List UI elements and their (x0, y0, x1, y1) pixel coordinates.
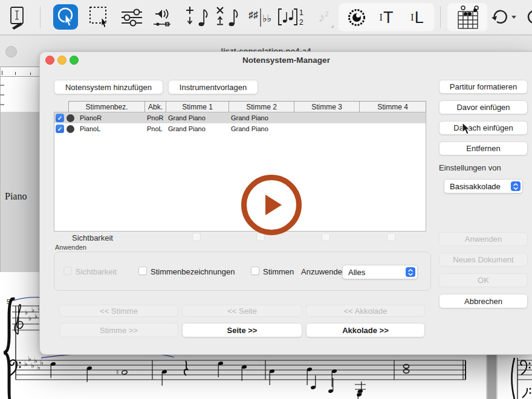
marquee-tool[interactable] (88, 5, 112, 30)
svg-text:♭: ♭ (40, 358, 44, 367)
row-checkbox[interactable]: ✓ (56, 114, 64, 122)
staff-abbr: PnoL (147, 125, 163, 132)
staff-status-icon[interactable] (66, 125, 74, 133)
quarter-rest (184, 361, 187, 375)
accidentals-tool[interactable]: ♯♯ ♭♭ (247, 5, 273, 30)
row-checkbox[interactable]: ✓ (56, 125, 64, 133)
staff-names-checkbox[interactable] (138, 267, 147, 275)
bass-clef (521, 360, 527, 375)
staff-table-header: Stimmenbez. Abk. Stimme 1 Stimme 2 Stimm… (68, 101, 426, 113)
playback-tool[interactable] (150, 5, 175, 30)
apply-to-value: Alles (343, 268, 406, 277)
prev-voice-button[interactable]: << Stimme (59, 305, 178, 317)
staff-names-label: Stimmenbezeichnungen (151, 267, 235, 276)
next-voice-button[interactable]: Stimme >> (59, 323, 178, 337)
prev-page-button[interactable]: << Seite (182, 305, 302, 317)
new-document-button[interactable]: Neues Dokument (439, 253, 528, 267)
svg-text:♭: ♭ (28, 314, 31, 322)
visibility-checkbox-stimme1[interactable] (192, 233, 201, 241)
staff-instrument-label: Piano (5, 191, 27, 202)
svg-text:1: 1 (299, 8, 303, 17)
text-tool[interactable]: IT (374, 7, 399, 28)
header-stimme4[interactable]: Stimme 4 (359, 102, 426, 112)
remove-button[interactable]: Entfernen (439, 141, 528, 155)
next-system-button[interactable]: Akkolade >> (306, 323, 425, 337)
mouse-cursor (462, 122, 472, 137)
apply-group-label: Anwenden (55, 244, 86, 251)
apply-button[interactable]: Anwenden (439, 232, 528, 246)
svg-text:♭♭: ♭♭ (262, 13, 271, 24)
fretboard-tool[interactable] (453, 4, 483, 31)
zoom-button[interactable] (70, 56, 79, 65)
lyrics-tool[interactable]: IL (404, 7, 430, 28)
redo-button[interactable] (525, 7, 532, 27)
mixer-tool[interactable] (120, 6, 144, 29)
cancel-button[interactable]: Abbrechen (439, 294, 528, 308)
ok-button[interactable]: OK (439, 273, 528, 287)
header-abk[interactable]: Abk. (144, 102, 166, 112)
page-layout-tool[interactable] (5, 5, 29, 30)
next-page-brace (512, 358, 515, 399)
play-overlay-icon[interactable] (241, 175, 302, 235)
svg-text:♮: ♮ (116, 368, 118, 377)
staff-abbr: PnoR (147, 114, 164, 122)
svg-text:♯♯: ♯♯ (248, 10, 258, 20)
voice2-value: Grand Piano (231, 114, 268, 122)
apply-visibility-label: Sichtbarkeit (76, 267, 117, 276)
visibility-checkbox-stimme3[interactable] (322, 233, 330, 241)
measure-number: 5 (7, 299, 10, 305)
dialog-title: Notensystem-Manager (40, 56, 532, 65)
staff-name: PianoR (80, 114, 102, 122)
voice1-value: Grand Piano (168, 114, 206, 122)
voice2-value: Grand Piano (231, 125, 268, 132)
close-button[interactable] (45, 56, 54, 65)
header-stimme3[interactable]: Stimme 3 (294, 102, 359, 112)
svg-text:2: 2 (299, 18, 303, 27)
table-row[interactable]: ✓ PianoR PnoR Grand Piano Grand Piano (54, 112, 426, 123)
settings-scope-dropdown[interactable]: Basisakkolade (444, 179, 523, 193)
page-gap (487, 354, 496, 399)
settings-of-label: Einstellungen von (439, 163, 501, 172)
svg-text:♭: ♭ (34, 312, 37, 319)
add-staff-button[interactable]: Notensystem hinzufügen (54, 80, 163, 94)
header-stimme1[interactable]: Stimme 1 (166, 102, 229, 112)
svg-text:♭: ♭ (24, 360, 28, 368)
note-duration-tool[interactable]: ♪2 (312, 5, 335, 30)
palette-fragment (0, 85, 4, 86)
staff-status-icon[interactable] (66, 114, 74, 122)
dropdown-stepper-icon (511, 181, 521, 191)
insert-before-button[interactable]: Davor einfügen (439, 100, 528, 114)
selection-tool[interactable] (53, 4, 78, 30)
prev-system-button[interactable]: << Akkolade (306, 305, 425, 317)
voices-tool[interactable]: 1 2 (276, 5, 305, 30)
undo-button[interactable] (490, 7, 510, 27)
format-score-button[interactable]: Partitur formatieren (439, 80, 528, 94)
dropdown-stepper-icon (406, 267, 415, 277)
table-row[interactable]: ✓ PianoL PnoL Grand Piano Grand Piano (54, 123, 426, 134)
voices-checkbox[interactable] (251, 267, 259, 275)
header-stimmenbez[interactable]: Stimmenbez. (69, 102, 144, 112)
visibility-checkbox-stimme4[interactable] (387, 233, 395, 241)
add-note-tool[interactable] (183, 5, 209, 30)
next-page-button[interactable]: Seite >> (182, 323, 302, 337)
apply-to-dropdown[interactable]: Alles (342, 265, 418, 279)
palette-fragment (0, 94, 4, 96)
delete-note-tool[interactable] (213, 5, 239, 30)
header-stimme2[interactable]: Stimme 2 (229, 102, 294, 112)
staff-table: ✓ PianoR PnoR Grand Piano Grand Piano ✓ … (54, 112, 426, 232)
instrument-templates-button[interactable]: Instrumentvorlagen (168, 80, 258, 94)
main-toolbar: ♯♯ ♭♭ 1 2 ♪2 (0, 0, 532, 35)
screen: liszt-consolation-no4-a4 Piano { 5 ♭ ♭ ♭… (0, 0, 532, 399)
staff-name: PianoL (80, 125, 100, 132)
insert-after-button[interactable]: Danach einfügen (439, 121, 528, 135)
ruler-tick (2, 71, 2, 75)
palette-fragment (0, 104, 4, 105)
apply-visibility-checkbox[interactable] (63, 267, 72, 275)
visibility-eye-tool[interactable] (345, 7, 369, 28)
ruler-tick (15, 72, 16, 75)
inactive-traffic-light[interactable] (5, 46, 17, 57)
minimize-button[interactable] (57, 56, 66, 65)
undo-dropdown-arrow[interactable] (511, 16, 516, 19)
window-left-edge (0, 66, 1, 272)
visibility-row-label: Sichtbarkeit (72, 233, 113, 242)
